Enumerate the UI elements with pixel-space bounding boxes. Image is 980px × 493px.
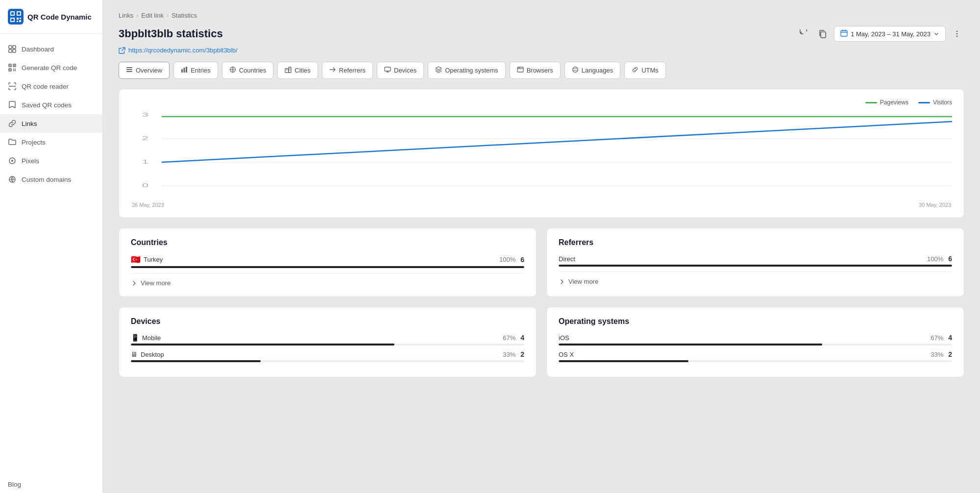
tab-label: Cities <box>294 67 311 74</box>
tab-entries[interactable]: Entries <box>173 62 218 79</box>
globe-icon <box>8 175 17 184</box>
tab-label: Devices <box>394 67 416 74</box>
svg-rect-44 <box>288 70 289 71</box>
sidebar-item-links[interactable]: Links <box>0 114 102 133</box>
tab-label: Browsers <box>527 67 553 74</box>
refresh-button[interactable] <box>797 26 811 41</box>
svg-rect-20 <box>10 70 11 71</box>
stat-bar-bg <box>559 360 952 362</box>
sidebar-item-label: Custom domains <box>22 176 71 183</box>
breadcrumb-links[interactable]: Links <box>119 12 133 19</box>
list-icon <box>126 66 133 74</box>
referrer-count: 6 <box>948 255 952 263</box>
chevron-right-icon <box>559 278 565 285</box>
tab-devices[interactable]: Devices <box>377 62 424 79</box>
svg-text:1: 1 <box>142 159 148 165</box>
sidebar-item-pixels[interactable]: Pixels <box>0 151 102 170</box>
sidebar-logo: QR Code Dynamic <box>0 0 102 34</box>
stat-bar-bg <box>131 360 524 362</box>
svg-rect-38 <box>184 68 185 73</box>
tab-languages[interactable]: Languages <box>564 62 620 79</box>
devices-card-title: Devices <box>131 317 524 326</box>
tab-cities[interactable]: Cities <box>277 62 318 79</box>
referrers-view-more[interactable]: View more <box>559 271 952 285</box>
legend-pageviews-label: Pageviews <box>880 99 908 106</box>
pageviews-line <box>865 102 877 103</box>
country-count: 6 <box>520 256 524 264</box>
table-row: 🖥 Desktop 33% 2 <box>131 350 524 362</box>
stat-row-header: OS X 33% 2 <box>559 350 952 358</box>
referrer-percent: 100% <box>927 255 943 263</box>
stat-row-header: Direct 100% 6 <box>559 255 952 263</box>
device-percent: 33% <box>503 351 515 358</box>
stat-bar-bg <box>131 266 524 268</box>
mobile-icon: 📱 <box>131 334 139 342</box>
svg-rect-36 <box>126 71 132 72</box>
stat-row-header: 📱 Mobile 67% 4 <box>131 334 524 342</box>
breadcrumb: Links › Edit link › Statistics <box>119 12 964 19</box>
breadcrumb-sep-1: › <box>136 12 138 19</box>
os-count: 4 <box>948 334 952 342</box>
view-more-label: View more <box>568 278 598 285</box>
svg-rect-4 <box>18 12 20 15</box>
device-percent: 67% <box>503 334 515 342</box>
chart-x-start: 26 May, 2023 <box>132 202 164 208</box>
tab-browsers[interactable]: Browsers <box>510 62 561 79</box>
copy-button[interactable] <box>815 26 830 41</box>
stat-row-right: 100% 6 <box>499 256 524 264</box>
tab-label: Languages <box>582 67 613 74</box>
svg-text:2: 2 <box>142 135 148 141</box>
tab-countries[interactable]: Countries <box>222 62 274 79</box>
desktop-icon: 🖥 <box>131 350 138 358</box>
calendar-icon <box>840 29 848 38</box>
tab-operating-systems[interactable]: Operating systems <box>428 62 505 79</box>
tab-overview[interactable]: Overview <box>119 62 170 79</box>
tab-label: Entries <box>191 67 210 74</box>
date-range-button[interactable]: 1 May, 2023 – 31 May, 2023 <box>834 26 946 42</box>
tab-utms[interactable]: UTMs <box>624 62 666 79</box>
sidebar-item-dashboard[interactable]: Dashboard <box>0 40 102 58</box>
svg-rect-34 <box>126 67 132 68</box>
folder-icon <box>8 138 17 147</box>
sidebar-item-label: Dashboard <box>22 46 54 53</box>
sidebar-item-custom[interactable]: Custom domains <box>0 170 102 189</box>
sidebar-item-reader[interactable]: QR code reader <box>0 77 102 96</box>
svg-rect-47 <box>385 67 391 71</box>
svg-point-49 <box>518 68 518 68</box>
date-range-label: 1 May, 2023 – 31 May, 2023 <box>851 30 931 38</box>
referrers-card: Referrers Direct 100% 6 View more <box>546 228 964 297</box>
building-icon <box>285 66 292 74</box>
tab-referrers[interactable]: Referrers <box>322 62 373 79</box>
breadcrumb-edit-link[interactable]: Edit link <box>141 12 164 19</box>
stat-bar-bg <box>559 344 952 345</box>
sidebar-item-projects[interactable]: Projects <box>0 133 102 151</box>
sidebar-item-label: Generate QR code <box>22 64 77 72</box>
sidebar-item-label: Saved QR codes <box>22 101 72 109</box>
turkey-flag: 🇹🇷 <box>131 255 141 264</box>
svg-rect-19 <box>14 65 15 66</box>
stat-row-label: 📱 Mobile <box>131 334 161 342</box>
svg-rect-29 <box>821 32 826 38</box>
countries-view-more[interactable]: View more <box>131 273 524 287</box>
stat-bar-fill <box>131 360 261 362</box>
sidebar-item-generate[interactable]: Generate QR code <box>0 58 102 77</box>
page-url[interactable]: https://qrcodedynamic.com/3bpblt3blb/ <box>128 47 238 54</box>
chart-svg: 3 2 1 0 <box>131 112 952 200</box>
svg-text:3: 3 <box>142 112 148 118</box>
svg-rect-8 <box>20 18 21 19</box>
stat-row-right: 67% 4 <box>931 334 952 342</box>
sidebar-nav: Dashboard Generate QR code QR code reade… <box>0 34 102 476</box>
country-name: Turkey <box>144 256 163 263</box>
legend-pageviews: Pageviews <box>865 99 908 106</box>
chart-x-end: 30 May, 2023 <box>919 202 951 208</box>
svg-rect-43 <box>286 70 287 71</box>
sidebar-item-blog[interactable]: Blog <box>0 476 102 493</box>
stat-row-label: Direct <box>559 255 575 263</box>
os-name: iOS <box>559 334 569 342</box>
sidebar-item-saved[interactable]: Saved QR codes <box>0 96 102 114</box>
more-options-button[interactable] <box>950 26 964 41</box>
device-name: Desktop <box>141 351 164 358</box>
table-row: OS X 33% 2 <box>559 350 952 362</box>
tab-label: Referrers <box>339 67 366 74</box>
chart-legend: Pageviews Visitors <box>131 99 952 106</box>
